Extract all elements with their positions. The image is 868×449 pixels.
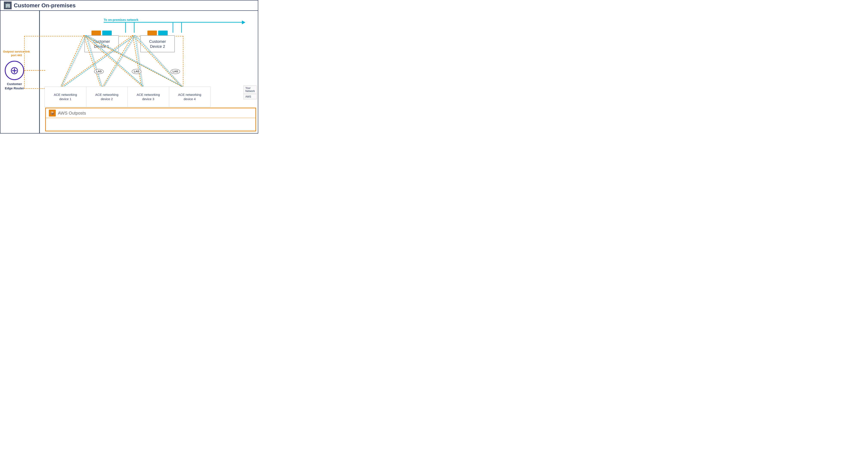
ace-device-1: ACE networking device 1 bbox=[45, 87, 86, 107]
lag-label-2: LAG bbox=[132, 69, 142, 74]
cyan-vertical-4 bbox=[181, 22, 182, 33]
left-vertical-line bbox=[39, 11, 40, 133]
aws-outposts-section: 📦 AWS Outposts bbox=[45, 108, 256, 131]
right-labels: Your Network AWS bbox=[243, 86, 257, 99]
customer-edge-router: Customer Edge Router bbox=[5, 61, 24, 90]
cyan-arrow-line bbox=[104, 22, 245, 23]
device-2-ports bbox=[148, 31, 168, 35]
ace-device-3: ACE networking device 3 bbox=[128, 87, 169, 107]
customer-device-1: Customer Device 1 bbox=[84, 31, 119, 52]
outposts-header: 📦 AWS Outposts bbox=[46, 108, 255, 118]
ace-devices-row: ACE networking device 1 ACE networking d… bbox=[44, 87, 211, 107]
customer-device-2-box: Customer Device 2 bbox=[140, 35, 175, 52]
device-1-ports bbox=[91, 31, 112, 35]
router-icon bbox=[5, 61, 24, 80]
onpremises-arrow-label: To on-premises network bbox=[104, 18, 138, 22]
router-label: Customer Edge Router bbox=[5, 82, 24, 90]
your-network-label: Your Network bbox=[243, 86, 257, 94]
port-orange-2 bbox=[148, 31, 157, 35]
router-connector bbox=[25, 67, 46, 73]
svg-line-4 bbox=[62, 35, 87, 87]
outposts-icon: 📦 bbox=[49, 110, 56, 117]
aws-label: AWS bbox=[243, 94, 257, 99]
customer-onpremises-header: 🏢 Customer On-premises bbox=[0, 0, 258, 11]
port-cyan-1 bbox=[102, 31, 112, 35]
lag-label-1: LAG bbox=[94, 69, 104, 74]
page-title: Customer On-premises bbox=[14, 2, 76, 9]
diagram-container: 🏢 Customer On-premises Outpost service l… bbox=[0, 0, 258, 133]
port-orange-1 bbox=[91, 31, 101, 35]
outpost-service-link-label: Outpost service link port 443 bbox=[1, 50, 32, 57]
svg-line-0 bbox=[61, 35, 84, 87]
svg-line-9 bbox=[61, 35, 86, 87]
customer-device-2: Customer Device 2 bbox=[140, 31, 175, 52]
outposts-body bbox=[46, 118, 255, 131]
port-cyan-2 bbox=[158, 31, 168, 35]
outposts-title: AWS Outposts bbox=[58, 111, 86, 116]
customer-devices-row: Customer Device 1 Customer Device 2 bbox=[84, 31, 175, 52]
ace-device-4: ACE networking device 4 bbox=[169, 87, 211, 107]
customer-device-1-box: Customer Device 1 bbox=[84, 35, 119, 52]
ace-device-2: ACE networking device 2 bbox=[86, 87, 128, 107]
building-icon: 🏢 bbox=[4, 1, 11, 9]
lag-label-3: LAG bbox=[170, 69, 180, 74]
